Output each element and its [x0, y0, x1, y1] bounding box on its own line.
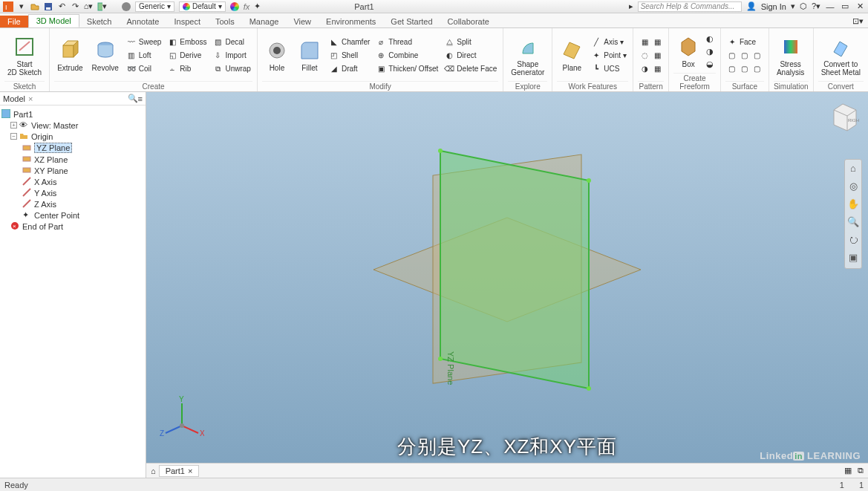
plane-button[interactable]: Plane — [557, 37, 587, 74]
search-dropdown-icon[interactable]: ▸ — [629, 1, 633, 11]
freeform-box-button[interactable]: Box — [673, 33, 703, 70]
thicken-button[interactable]: ▣Thicken/ Offset — [374, 63, 440, 75]
loft-button[interactable]: ▥Loft — [125, 50, 163, 62]
new-icon[interactable]: ▾ — [16, 1, 27, 12]
viewport[interactable]: YZ Plane X Y Z RIGHT ⌂ ◎ ✋ 🔍 ⭮ ▣ ⌂ Part1… — [146, 92, 868, 478]
home-view-icon[interactable]: ⌂ — [846, 163, 860, 176]
surface-b2[interactable]: ▢▢▢ — [725, 63, 764, 75]
appearance-dropdown[interactable]: Default▾ — [179, 1, 226, 12]
rib-button[interactable]: ⫠Rib — [166, 63, 208, 75]
coil-button[interactable]: ➿Coil — [125, 63, 163, 75]
home-icon[interactable]: ⌂▾ — [83, 1, 94, 12]
material-swatch-icon[interactable] — [122, 2, 131, 11]
tree-z-axis[interactable]: Z Axis — [34, 200, 56, 209]
doc-tab-part1[interactable]: Part1× — [159, 465, 200, 477]
freeform-icon[interactable]: ◒ — [706, 59, 714, 69]
expand-icon[interactable]: + — [10, 122, 17, 129]
collapse-icon[interactable]: − — [10, 133, 17, 140]
mirror-button[interactable]: ◑▦ — [638, 63, 664, 75]
look-at-icon[interactable]: ▣ — [846, 252, 860, 265]
restore-icon[interactable]: ▭ — [840, 1, 850, 12]
combine-button[interactable]: ⊕Combine — [374, 50, 440, 62]
split-button[interactable]: ⧋Split — [443, 36, 498, 48]
convert-sheet-metal-button[interactable]: Convert to Sheet Metal — [818, 33, 864, 78]
start-2d-sketch-button[interactable]: Start 2D Sketch — [4, 33, 45, 78]
tree-end-of-part[interactable]: End of Part — [22, 222, 63, 231]
tab-get-started[interactable]: Get Started — [383, 16, 440, 27]
file-tab[interactable]: File — [0, 16, 28, 27]
stress-analysis-button[interactable]: Stress Analysis — [774, 33, 807, 78]
shape-generator-button[interactable]: Shape Generator — [508, 33, 547, 78]
full-nav-wheel-icon[interactable]: ◎ — [846, 181, 860, 194]
tree-xy-plane[interactable]: XY Plane — [34, 166, 68, 175]
close-tab-icon[interactable]: × — [188, 466, 192, 475]
revolve-button[interactable]: Revolve — [89, 37, 122, 74]
browser-close-icon[interactable]: × — [28, 94, 33, 103]
tree-view[interactable]: View: Master — [31, 121, 78, 130]
signin-link[interactable]: Sign In — [761, 2, 786, 11]
axis-button[interactable]: ╱Axis ▾ — [590, 36, 628, 48]
freeform-icon[interactable]: ◐ — [706, 34, 714, 44]
orbit-icon[interactable]: ⭮ — [846, 234, 860, 247]
color-wheel-icon[interactable] — [230, 2, 239, 11]
surface-face-button[interactable]: ✦Face — [725, 36, 764, 48]
hole-button[interactable]: Hole — [262, 37, 292, 74]
material-dropdown[interactable]: Generic▾ — [135, 1, 174, 12]
plus-icon[interactable]: ✦ — [254, 1, 261, 11]
extrude-button[interactable]: Extrude — [54, 37, 85, 74]
zoom-icon[interactable]: 🔍 — [846, 216, 860, 230]
sweep-button[interactable]: 〰Sweep — [125, 36, 163, 48]
close-icon[interactable]: ✕ — [855, 1, 865, 12]
fx-icon[interactable]: fx — [244, 2, 250, 11]
sheet-icon[interactable]: ▾ — [97, 1, 107, 12]
pattern-circ-button[interactable]: ◌▦ — [638, 50, 664, 62]
redo-icon[interactable]: ↷ — [70, 1, 80, 12]
tab-view[interactable]: View — [286, 16, 319, 27]
tile-icon[interactable]: ▦ — [844, 466, 852, 475]
surface-b1[interactable]: ▢▢▢ — [725, 50, 764, 62]
draft-button[interactable]: ◢Draft — [327, 63, 371, 75]
tab-environments[interactable]: Environments — [319, 16, 383, 27]
save-icon[interactable] — [43, 1, 53, 12]
cascade-icon[interactable]: ⧉ — [858, 466, 864, 475]
pattern-rect-button[interactable]: ▦▦ — [638, 36, 664, 48]
pan-icon[interactable]: ✋ — [846, 198, 860, 212]
filter-icon[interactable]: ≡ — [138, 94, 143, 103]
delete-face-button[interactable]: ⌫Delete Face — [443, 63, 498, 75]
open-icon[interactable] — [30, 1, 40, 12]
cloud-icon[interactable]: ⬡ — [800, 1, 807, 11]
signin-dropdown-icon[interactable]: ▾ — [791, 1, 795, 11]
direct-button[interactable]: ◐Direct — [443, 50, 498, 62]
help-icon[interactable]: ?▾ — [812, 1, 820, 11]
minimize-icon[interactable]: — — [825, 1, 835, 12]
model-tree[interactable]: Part1 +👁View: Master −Origin YZ Plane XZ… — [0, 105, 146, 235]
tab-annotate[interactable]: Annotate — [119, 16, 166, 27]
fillet-button[interactable]: Fillet — [295, 37, 324, 74]
decal-button[interactable]: ▧Decal — [211, 36, 252, 48]
tab-sketch[interactable]: Sketch — [79, 16, 120, 27]
tree-root[interactable]: Part1 — [13, 110, 33, 119]
tab-tools[interactable]: Tools — [208, 16, 242, 27]
user-icon[interactable]: 👤 — [746, 1, 757, 11]
doc-home-icon[interactable]: ⌂ — [151, 466, 156, 475]
unwrap-button[interactable]: ⧉Unwrap — [211, 63, 252, 75]
tab-collaborate[interactable]: Collaborate — [440, 16, 497, 27]
tree-center-point[interactable]: Center Point — [34, 211, 79, 220]
view-cube[interactable]: RIGHT — [826, 100, 859, 132]
tree-x-axis[interactable]: X Axis — [34, 178, 57, 186]
tab-manage[interactable]: Manage — [242, 16, 287, 27]
tree-xz-plane[interactable]: XZ Plane — [34, 155, 68, 164]
tree-origin[interactable]: Origin — [31, 132, 53, 141]
tab-3d-model[interactable]: 3D Model — [28, 14, 79, 27]
derive-button[interactable]: ◱Derive — [166, 50, 208, 62]
shell-button[interactable]: ◰Shell — [327, 50, 371, 62]
import-button[interactable]: ⇩Import — [211, 50, 252, 62]
freeform-icon[interactable]: ◑ — [706, 47, 714, 56]
tree-y-axis[interactable]: Y Axis — [34, 189, 56, 198]
ribbon-expand-icon[interactable]: ⊡▾ — [848, 15, 868, 27]
search-icon[interactable]: 🔍 — [128, 94, 138, 103]
search-input[interactable]: Search Help & Commands... — [638, 1, 742, 12]
tree-yz-plane[interactable]: YZ Plane — [34, 143, 72, 153]
undo-icon[interactable]: ↶ — [56, 1, 67, 12]
ucs-button[interactable]: ┗UCS — [590, 63, 628, 75]
